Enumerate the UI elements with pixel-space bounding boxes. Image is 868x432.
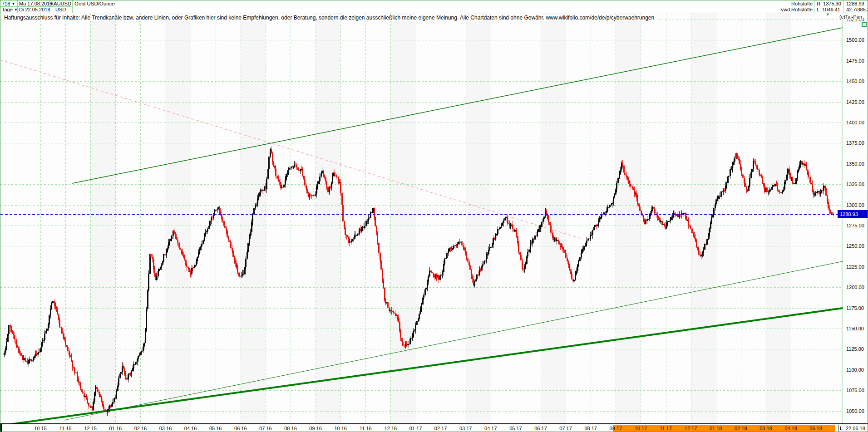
date-axis-label: 04 16 (184, 426, 197, 431)
axis-corner-block (0, 424, 2, 432)
date-axis-label: 03 17 (459, 426, 472, 431)
date-axis-label: 05 16 (209, 426, 222, 431)
date-axis-label: 01 18 (710, 426, 722, 431)
date-axis-label: 02 16 (134, 426, 147, 431)
date-axis-label: 11 16 (360, 426, 372, 431)
date-axis-label: 08 16 (284, 426, 297, 431)
periodicity-value: 718 (2, 1, 10, 6)
price-axis-label: 1075.00 (846, 388, 864, 393)
date-axis-label: 05 18 (809, 426, 822, 431)
price-axis-label: 1450.00 (846, 79, 864, 84)
currency-label: USD (55, 7, 66, 13)
trendline-handle[interactable] (862, 22, 867, 27)
chevron-down-icon: ▼ (11, 2, 15, 6)
date-axis-label: 10 15 (34, 426, 47, 431)
date-axis-label: 04 17 (484, 426, 497, 431)
date-axis-label: 07 16 (259, 426, 272, 431)
sort-marker-icon: ▼ (826, 12, 830, 17)
last-price-badge: 1288.93 (838, 210, 868, 218)
date-to-label: Di 22.05.2018 (19, 7, 50, 13)
high-value: H: 1375.30 (817, 1, 841, 7)
price-axis-label: 1300.00 (846, 202, 864, 208)
price-axis-label: 1225.00 (846, 264, 864, 270)
date-axis-label: 11 17 (660, 426, 672, 431)
price-axis-label: 1425.00 (846, 99, 864, 105)
price-axis-label: 1100.00 (846, 367, 864, 373)
price-axis-label: 1050.00 (846, 408, 864, 414)
copyright-label: (c)Tai-Pan (838, 14, 863, 20)
date-axis-label: 05 17 (509, 426, 522, 431)
date-axis-label: 06 17 (534, 426, 547, 431)
range-stat-value: 42.7/385.3 (846, 7, 868, 13)
axis-separator (838, 425, 838, 432)
date-axis-label: 08 17 (584, 426, 597, 431)
price-axis-label: 1150.00 (846, 326, 864, 331)
date-axis-label: 12 16 (385, 426, 397, 431)
date-axis-label: 10 17 (635, 426, 647, 431)
price-axis-label: 1175.00 (846, 305, 864, 311)
chart-title: Gold USD/Ounce (74, 1, 115, 7)
taipan-chart-window: 718 ▼ Tage ▼ Mo 17.08.2015 Di 22.05.2018… (0, 0, 868, 432)
date-axis-label: 06 16 (234, 426, 247, 431)
header-divider (72, 0, 73, 13)
price-axis-label: 1375.00 (846, 140, 864, 146)
low-marker-label: L (840, 426, 843, 431)
period-unit-dropdown[interactable]: Tage ▼ (2, 7, 18, 13)
disclaimer-text: Haftungsausschluss für Inhalte: Alle Tre… (4, 15, 658, 21)
date-axis-label: 03 16 (159, 426, 172, 431)
date-axis-label: 01 17 (409, 426, 422, 431)
date-axis: L 22.05.18 10 1511 1512 1501 1602 1603 1… (0, 423, 868, 432)
chart-header-bar: 718 ▼ Tage ▼ Mo 17.08.2015 Di 22.05.2018… (0, 0, 868, 13)
price-axis-label: 1400.00 (846, 120, 864, 125)
date-axis-label: 09 17 (610, 426, 622, 431)
last-price-value: 1288.93 (846, 1, 864, 7)
price-chart-canvas[interactable] (0, 13, 843, 424)
date-axis-label: 04 18 (784, 426, 797, 431)
price-axis-label: 1325.00 (846, 182, 864, 187)
date-axis-label: 12 17 (685, 426, 697, 431)
header-divider (814, 0, 814, 13)
header-row-separator (0, 6, 72, 7)
date-axis-label: 03 18 (760, 426, 772, 431)
price-axis: 1525.001500.001475.001450.001425.001400.… (843, 13, 868, 424)
date-axis-label: 09 16 (309, 426, 322, 431)
price-axis-label: 1475.00 (846, 58, 864, 64)
price-axis-label: 1350.00 (846, 161, 864, 167)
last-date-label: 22.05.18 (846, 426, 865, 431)
date-axis-label: 02 17 (434, 426, 447, 431)
date-axis-label: 07 17 (559, 426, 572, 431)
period-unit-value: Tage (2, 7, 13, 12)
date-axis-label: 10 16 (334, 426, 347, 431)
date-axis-label: 02 18 (735, 426, 747, 431)
price-axis-label: 1275.00 (846, 223, 864, 228)
price-axis-label: 1250.00 (846, 243, 864, 249)
date-axis-label: 11 15 (59, 426, 72, 431)
date-axis-label: 01 16 (109, 426, 122, 431)
price-axis-label: 1500.00 (846, 37, 864, 43)
price-axis-label: 1125.00 (846, 346, 864, 352)
category-label: Rohstoffe (768, 1, 813, 7)
price-axis-label: 1200.00 (846, 285, 864, 290)
header-divider (843, 0, 843, 13)
date-axis-label: 12 15 (84, 426, 97, 431)
feed-label: vwd Rohstoffe (761, 7, 813, 13)
